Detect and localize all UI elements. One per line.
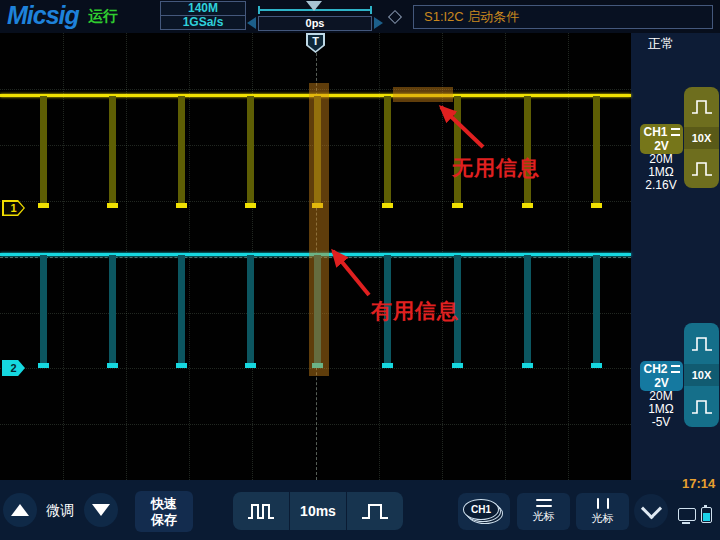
ch2-pulse-tip	[522, 363, 533, 368]
ch1-pulse-tip	[245, 203, 256, 208]
ch1-pulse-icon[interactable]	[684, 87, 719, 127]
ch2-pulse	[40, 255, 47, 364]
ch1-pulse	[593, 96, 600, 204]
ch1-name: CH1	[643, 125, 667, 139]
scrollbar-position-slider[interactable]	[306, 1, 322, 11]
ch2-badge[interactable]: CH2 2V	[640, 361, 683, 391]
quick-save-button[interactable]: 快速 保存	[135, 491, 193, 532]
useful-info-highlight	[309, 83, 329, 376]
dc-coupling-icon	[671, 128, 680, 136]
ch2-pulse	[524, 255, 531, 364]
sample-rate-value: 1GSa/s	[161, 16, 245, 29]
scrollbar-left-cap	[258, 6, 260, 14]
ch1-pulse	[524, 96, 531, 204]
ch1-pulse-tip	[382, 203, 393, 208]
fine-tune-label: 微调	[46, 502, 74, 520]
ch1-pulse	[454, 96, 461, 204]
ch2-pulse-tip	[107, 363, 118, 368]
single-pulse-icon	[360, 502, 390, 520]
pan-right-arrow-icon[interactable]	[374, 17, 383, 29]
acquisition-mode-label: 正常	[648, 35, 674, 53]
fine-tune-up-button[interactable]	[3, 493, 37, 527]
ch2-pulse-tip	[382, 363, 393, 368]
horizontal-position-value[interactable]: 0ps	[258, 16, 372, 31]
useless-info-highlight	[393, 87, 453, 102]
ch1-pulse-tip	[38, 203, 49, 208]
ch1-pulse	[384, 96, 391, 204]
top-status-bar: Micsig 运行 140M 1GSa/s 0ps S1:I2C 启动条件	[0, 0, 720, 33]
ch1-pulse	[40, 96, 47, 204]
display-status-icon	[678, 508, 696, 521]
ch1-pulse-tip	[176, 203, 187, 208]
brand-logo: Micsig	[7, 1, 79, 30]
useless-info-label: 无用信息	[452, 154, 540, 182]
double-pulse-icon	[246, 502, 276, 520]
ch2-pulse-tip	[452, 363, 463, 368]
ch1-pulse-tip	[591, 203, 602, 208]
ch2-pulse-icon[interactable]	[684, 323, 719, 364]
pan-left-arrow-icon[interactable]	[247, 17, 256, 29]
scrollbar-right-cap	[370, 6, 372, 14]
ch2-pulse	[178, 255, 185, 364]
dc-coupling-icon-2	[671, 365, 680, 373]
ch2-pulse-tip	[38, 363, 49, 368]
ch2-pulse-tip	[245, 363, 256, 368]
ch1-probe-ratio[interactable]: 10X	[684, 127, 719, 149]
ch2-pulse	[593, 255, 600, 364]
waveform-display-area[interactable]: T 1 2 无用信息 有用信息	[0, 33, 631, 480]
ch1-trigger-level: 2.16V	[631, 179, 691, 192]
ch1-pulse-tip	[107, 203, 118, 208]
ch1-pulse-tip	[452, 203, 463, 208]
zoom-out-button[interactable]	[233, 492, 289, 530]
ch1-pulse-tip	[522, 203, 533, 208]
horizontal-cursor-icon	[536, 499, 552, 507]
active-channel-button[interactable]: CH1	[458, 493, 510, 530]
fine-tune-down-button[interactable]	[84, 493, 118, 527]
ch2-probe-ratio[interactable]: 10X	[684, 364, 719, 386]
run-status: 运行	[88, 7, 118, 26]
chevron-down-icon	[640, 498, 661, 519]
trigger-diamond-icon	[388, 10, 402, 24]
ch1-pulse	[247, 96, 254, 204]
ch2-pulse	[247, 255, 254, 364]
bandwidth-value: 140M	[161, 2, 245, 16]
ch2-scale: 2V	[640, 376, 683, 390]
useful-info-label: 有用信息	[371, 297, 459, 325]
vertical-cursor-icon	[597, 498, 609, 509]
collapse-menu-button[interactable]	[634, 494, 668, 528]
horizontal-cursor-button[interactable]: 光标	[517, 493, 570, 530]
ch2-offset: -5V	[631, 416, 691, 429]
bandwidth-samplerate-box[interactable]: 140M 1GSa/s	[160, 1, 246, 30]
up-triangle-icon	[11, 504, 29, 516]
ch1-badge[interactable]: CH1 2V	[640, 124, 683, 154]
vertical-cursor-button[interactable]: 光标	[576, 493, 629, 530]
timebase-group: 10ms	[233, 492, 403, 530]
ch1-pulse	[109, 96, 116, 204]
ch2-pulse-tip	[176, 363, 187, 368]
ch2-pulse-tip	[591, 363, 602, 368]
zoom-in-button[interactable]	[346, 492, 403, 530]
right-sidebar: 正常 10X CH1 2V 20M 1MΩ 2.16V 10X CH2 2V 2…	[631, 33, 720, 480]
trigger-condition-box[interactable]: S1:I2C 启动条件	[413, 5, 713, 29]
timebase-value[interactable]: 10ms	[289, 492, 346, 530]
ch1-scale: 2V	[640, 139, 683, 153]
ch1-pulse	[178, 96, 185, 204]
bottom-toolbar: 微调 快速 保存 10ms CH1 光标 光标 17:14	[0, 480, 720, 540]
clock: 17:14	[682, 476, 715, 491]
ch2-name: CH2	[643, 362, 667, 376]
battery-icon	[701, 507, 712, 523]
ch2-pulse	[109, 255, 116, 364]
down-triangle-icon	[92, 504, 110, 516]
waveform-layer	[0, 33, 631, 480]
